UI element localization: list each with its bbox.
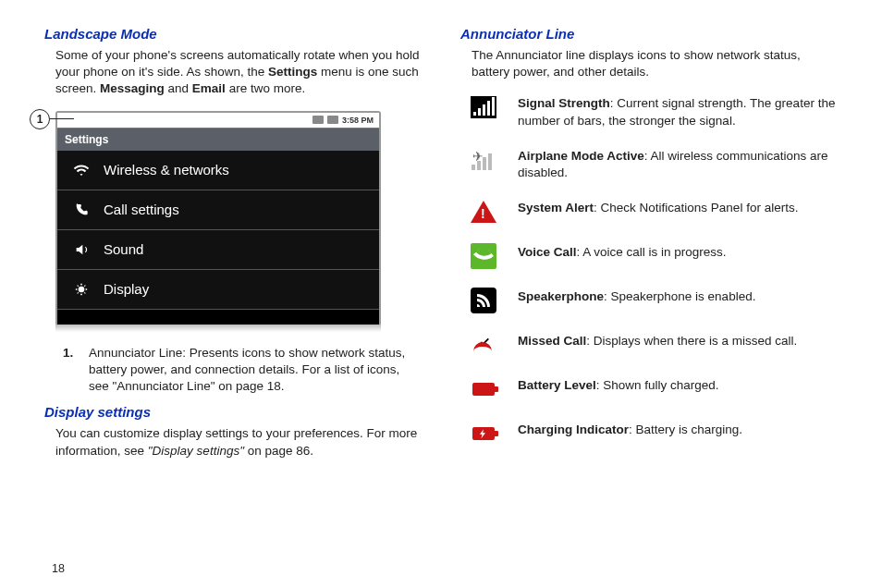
icon-text: : A voice call is in progress. [577, 245, 727, 259]
signal-strength-icon [470, 93, 497, 121]
icon-desc: Airplane Mode Active: All wireless commu… [518, 146, 838, 181]
phone-menu-list: Wireless & networks Call settings Sound [57, 151, 379, 310]
icon-list: Signal Strength: Current signal strength… [470, 93, 838, 447]
display-settings-paragraph: You can customize display settings to yo… [55, 425, 422, 459]
page: Landscape Mode Some of your phone's scre… [0, 0, 882, 588]
heading-landscape-mode: Landscape Mode [44, 26, 422, 42]
phone-row-label: Display [104, 281, 149, 297]
annunciator-intro: The Annunciator line displays icons to s… [472, 47, 838, 80]
icon-name: Airplane Mode Active [518, 149, 644, 163]
icon-row-charging: Charging Indicator: Battery is charging. [470, 420, 838, 447]
icon-desc: Signal Strength: Current signal strength… [518, 93, 838, 129]
list-text: Annunciator Line: Presents icons to show… [89, 345, 422, 396]
phone-titlebar: Settings [57, 128, 379, 151]
icon-row-airplane: ✈ Airplane Mode Active: All wireless com… [470, 146, 838, 181]
numbered-item-1: 1. Annunciator Line: Presents icons to s… [63, 345, 422, 396]
speaker-icon [72, 240, 91, 259]
icon-text: : Shown fully charged. [596, 378, 719, 392]
phone-frame: 3:58 PM Settings Wireless & networks [55, 111, 381, 326]
icon-name: Speakerphone [518, 289, 604, 303]
phone-illustration: 1 3:58 PM Settings Wireless & networks [55, 111, 422, 332]
icon-desc: System Alert: Check Notifications Panel … [518, 198, 798, 216]
airplane-mode-icon: ✈ [470, 146, 497, 174]
callout-line [50, 118, 74, 120]
text: are two more. [226, 81, 305, 95]
icon-name: System Alert [518, 201, 594, 214]
left-column: Landscape Mode Some of your phone's scre… [44, 26, 422, 579]
right-column: Annunciator Line The Annunciator line di… [460, 26, 838, 579]
phone-row-label: Sound [104, 241, 143, 257]
bold-messaging: Messaging [100, 81, 165, 95]
system-alert-icon [470, 198, 497, 226]
icon-name: Missed Call [518, 334, 586, 348]
phone-spacer [57, 310, 379, 325]
phone-row-wireless: Wireless & networks [57, 151, 379, 190]
italic-display-settings-ref: "Display settings" [148, 444, 244, 458]
page-number: 18 [52, 562, 65, 575]
icon-name: Charging Indicator [518, 423, 629, 436]
icon-text: : Check Notifications Panel for alerts. [594, 201, 798, 214]
landscape-paragraph: Some of your phone's screens automatical… [55, 47, 422, 98]
icon-desc: Voice Call: A voice call is in progress. [518, 242, 727, 261]
wifi-icon [72, 161, 91, 179]
icon-desc: Battery Level: Shown fully charged. [518, 375, 719, 394]
icon-row-speakerphone: Speakerphone: Speakerphone is enabled. [470, 287, 838, 314]
phone-statusbar: 3:58 PM [57, 113, 379, 128]
battery-level-icon [470, 375, 497, 403]
icon-name: Signal Strength [518, 96, 610, 110]
icon-name: Voice Call [518, 245, 577, 259]
bold-settings: Settings [268, 65, 317, 79]
phone-row-label: Call settings [104, 202, 179, 217]
charging-indicator-icon [470, 420, 497, 447]
missed-call-icon: ↙ [470, 331, 497, 359]
status-battery-icon [327, 116, 338, 124]
phone-row-call-settings: Call settings [57, 190, 379, 230]
italic-annunciator-ref: "Annunciator Line" [113, 379, 215, 393]
icon-row-voice-call: Voice Call: A voice call is in progress. [470, 242, 838, 270]
phone-row-display: Display [57, 270, 379, 310]
phone-icon [72, 201, 91, 219]
icon-desc: Charging Indicator: Battery is charging. [518, 420, 742, 438]
icon-text: : Speakerphone is enabled. [604, 289, 755, 303]
callout-badge-1: 1 [30, 109, 50, 129]
text: on page 86. [244, 444, 313, 458]
icon-text: : Battery is charging. [629, 423, 742, 436]
heading-annunciator-line: Annunciator Line [460, 26, 838, 42]
speakerphone-icon [470, 287, 497, 314]
icon-desc: Missed Call: Displays when there is a mi… [518, 331, 797, 349]
icon-name: Battery Level [518, 378, 596, 392]
text: on page 18. [214, 379, 284, 393]
brightness-icon [72, 280, 91, 299]
icon-desc: Speakerphone: Speakerphone is enabled. [518, 287, 755, 305]
bold-annunciator-line: Annunciator Line [89, 346, 182, 360]
icon-row-system-alert: System Alert: Check Notifications Panel … [470, 198, 838, 226]
text: and [165, 81, 192, 95]
icon-row-signal-strength: Signal Strength: Current signal strength… [470, 93, 838, 129]
icon-row-missed-call: ↙ Missed Call: Displays when there is a … [470, 331, 838, 359]
voice-call-icon [470, 242, 497, 270]
phone-row-sound: Sound [57, 230, 379, 270]
status-signal-icon [312, 116, 324, 124]
heading-display-settings: Display settings [44, 404, 422, 420]
status-time: 3:58 PM [342, 116, 374, 125]
phone-row-label: Wireless & networks [104, 162, 229, 178]
list-number: 1. [63, 345, 80, 396]
bold-email: Email [192, 81, 226, 95]
icon-text: : Displays when there is a missed call. [586, 334, 797, 348]
phone-shadow [55, 325, 381, 332]
icon-row-battery-level: Battery Level: Shown fully charged. [470, 375, 838, 403]
